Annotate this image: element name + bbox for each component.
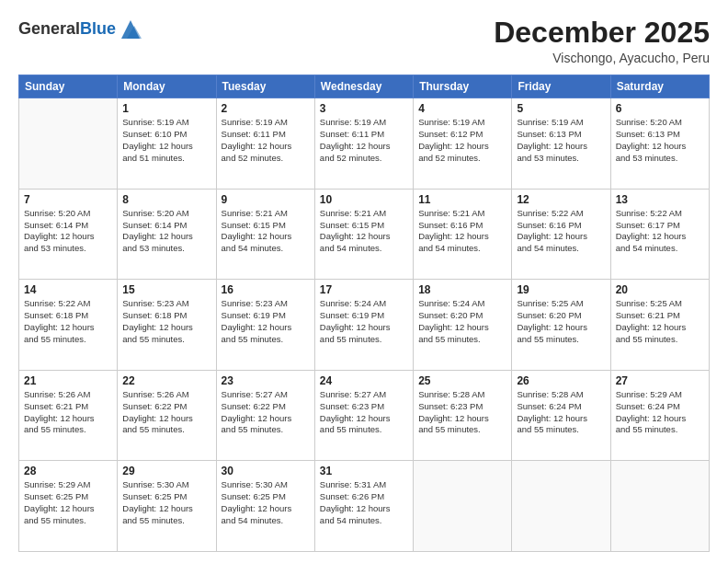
calendar-cell <box>512 461 610 552</box>
calendar-week-1: 1Sunrise: 5:19 AM Sunset: 6:10 PM Daylig… <box>19 98 710 190</box>
col-wednesday: Wednesday <box>314 75 413 98</box>
cell-info: Sunrise: 5:19 AM Sunset: 6:10 PM Dayligh… <box>122 117 210 164</box>
calendar-cell: 19Sunrise: 5:25 AM Sunset: 6:20 PM Dayli… <box>512 280 610 371</box>
header: GeneralBlue December 2025 Vischongo, Aya… <box>18 17 710 65</box>
calendar-cell: 15Sunrise: 5:23 AM Sunset: 6:18 PM Dayli… <box>118 280 216 371</box>
calendar-cell: 6Sunrise: 5:20 AM Sunset: 6:13 PM Daylig… <box>610 98 709 190</box>
cell-info: Sunrise: 5:25 AM Sunset: 6:20 PM Dayligh… <box>517 298 605 345</box>
subtitle: Vischongo, Ayacucho, Peru <box>494 51 710 65</box>
cell-info: Sunrise: 5:29 AM Sunset: 6:25 PM Dayligh… <box>24 479 112 526</box>
calendar-cell <box>19 98 118 190</box>
col-monday: Monday <box>118 75 216 98</box>
day-number: 23 <box>222 374 310 387</box>
calendar-cell: 27Sunrise: 5:29 AM Sunset: 6:24 PM Dayli… <box>610 370 709 461</box>
calendar-cell <box>610 461 709 552</box>
logo-icon <box>118 17 143 42</box>
cell-info: Sunrise: 5:23 AM Sunset: 6:19 PM Dayligh… <box>222 298 310 345</box>
calendar-week-5: 28Sunrise: 5:29 AM Sunset: 6:25 PM Dayli… <box>19 461 710 552</box>
calendar-cell: 10Sunrise: 5:21 AM Sunset: 6:15 PM Dayli… <box>314 189 413 280</box>
day-number: 22 <box>122 374 210 387</box>
logo-blue-text: Blue <box>80 19 116 38</box>
cell-info: Sunrise: 5:25 AM Sunset: 6:21 PM Dayligh… <box>616 298 704 345</box>
col-friday: Friday <box>512 75 610 98</box>
day-number: 30 <box>222 465 310 477</box>
day-number: 18 <box>418 283 506 296</box>
cell-info: Sunrise: 5:20 AM Sunset: 6:14 PM Dayligh… <box>122 208 210 255</box>
cell-info: Sunrise: 5:24 AM Sunset: 6:20 PM Dayligh… <box>418 298 506 345</box>
calendar-cell: 26Sunrise: 5:28 AM Sunset: 6:24 PM Dayli… <box>512 370 610 461</box>
calendar-cell: 7Sunrise: 5:20 AM Sunset: 6:14 PM Daylig… <box>19 189 118 280</box>
cell-info: Sunrise: 5:29 AM Sunset: 6:24 PM Dayligh… <box>616 389 704 436</box>
cell-info: Sunrise: 5:20 AM Sunset: 6:14 PM Dayligh… <box>24 208 112 255</box>
cell-info: Sunrise: 5:20 AM Sunset: 6:13 PM Dayligh… <box>616 117 704 164</box>
day-number: 5 <box>517 102 605 115</box>
cell-info: Sunrise: 5:24 AM Sunset: 6:19 PM Dayligh… <box>320 298 408 345</box>
logo-general-text: General <box>18 19 80 38</box>
calendar-cell: 17Sunrise: 5:24 AM Sunset: 6:19 PM Dayli… <box>314 280 413 371</box>
calendar-week-4: 21Sunrise: 5:26 AM Sunset: 6:21 PM Dayli… <box>19 370 710 461</box>
day-number: 3 <box>320 102 408 115</box>
day-number: 29 <box>122 465 210 477</box>
calendar-cell: 5Sunrise: 5:19 AM Sunset: 6:13 PM Daylig… <box>512 98 610 190</box>
calendar-cell <box>414 461 512 552</box>
calendar-week-3: 14Sunrise: 5:22 AM Sunset: 6:18 PM Dayli… <box>19 280 710 371</box>
page: GeneralBlue December 2025 Vischongo, Aya… <box>0 0 728 563</box>
calendar-cell: 30Sunrise: 5:30 AM Sunset: 6:25 PM Dayli… <box>216 461 314 552</box>
calendar-cell: 3Sunrise: 5:19 AM Sunset: 6:11 PM Daylig… <box>314 98 413 190</box>
col-sunday: Sunday <box>19 75 118 98</box>
calendar-cell: 29Sunrise: 5:30 AM Sunset: 6:25 PM Dayli… <box>118 461 216 552</box>
calendar-cell: 14Sunrise: 5:22 AM Sunset: 6:18 PM Dayli… <box>19 280 118 371</box>
cell-info: Sunrise: 5:21 AM Sunset: 6:16 PM Dayligh… <box>418 208 506 255</box>
cell-info: Sunrise: 5:19 AM Sunset: 6:13 PM Dayligh… <box>517 117 605 164</box>
calendar-cell: 23Sunrise: 5:27 AM Sunset: 6:22 PM Dayli… <box>216 370 314 461</box>
cell-info: Sunrise: 5:19 AM Sunset: 6:11 PM Dayligh… <box>320 117 408 164</box>
day-number: 4 <box>418 102 506 115</box>
col-tuesday: Tuesday <box>216 75 314 98</box>
calendar-cell: 21Sunrise: 5:26 AM Sunset: 6:21 PM Dayli… <box>19 370 118 461</box>
day-number: 31 <box>320 465 408 477</box>
day-number: 26 <box>517 374 605 387</box>
col-thursday: Thursday <box>414 75 512 98</box>
cell-info: Sunrise: 5:22 AM Sunset: 6:18 PM Dayligh… <box>24 298 112 345</box>
calendar-cell: 24Sunrise: 5:27 AM Sunset: 6:23 PM Dayli… <box>314 370 413 461</box>
calendar-cell: 22Sunrise: 5:26 AM Sunset: 6:22 PM Dayli… <box>118 370 216 461</box>
logo: GeneralBlue <box>18 17 143 42</box>
calendar-cell: 9Sunrise: 5:21 AM Sunset: 6:15 PM Daylig… <box>216 189 314 280</box>
day-number: 27 <box>616 374 704 387</box>
calendar-cell: 18Sunrise: 5:24 AM Sunset: 6:20 PM Dayli… <box>414 280 512 371</box>
cell-info: Sunrise: 5:27 AM Sunset: 6:23 PM Dayligh… <box>320 389 408 436</box>
day-number: 8 <box>122 193 210 206</box>
cell-info: Sunrise: 5:19 AM Sunset: 6:12 PM Dayligh… <box>418 117 506 164</box>
calendar-cell: 4Sunrise: 5:19 AM Sunset: 6:12 PM Daylig… <box>414 98 512 190</box>
cell-info: Sunrise: 5:30 AM Sunset: 6:25 PM Dayligh… <box>122 479 210 526</box>
day-number: 13 <box>616 193 704 206</box>
day-number: 19 <box>517 283 605 296</box>
calendar-table: Sunday Monday Tuesday Wednesday Thursday… <box>18 75 710 552</box>
day-number: 16 <box>222 283 310 296</box>
day-number: 2 <box>222 102 310 115</box>
cell-info: Sunrise: 5:26 AM Sunset: 6:22 PM Dayligh… <box>122 389 210 436</box>
calendar-cell: 2Sunrise: 5:19 AM Sunset: 6:11 PM Daylig… <box>216 98 314 190</box>
cell-info: Sunrise: 5:21 AM Sunset: 6:15 PM Dayligh… <box>222 208 310 255</box>
day-number: 10 <box>320 193 408 206</box>
calendar-cell: 12Sunrise: 5:22 AM Sunset: 6:16 PM Dayli… <box>512 189 610 280</box>
day-number: 17 <box>320 283 408 296</box>
calendar-cell: 31Sunrise: 5:31 AM Sunset: 6:26 PM Dayli… <box>314 461 413 552</box>
cell-info: Sunrise: 5:28 AM Sunset: 6:23 PM Dayligh… <box>418 389 506 436</box>
day-number: 7 <box>24 193 112 206</box>
cell-info: Sunrise: 5:27 AM Sunset: 6:22 PM Dayligh… <box>222 389 310 436</box>
calendar-cell: 20Sunrise: 5:25 AM Sunset: 6:21 PM Dayli… <box>610 280 709 371</box>
month-title: December 2025 <box>494 17 710 49</box>
day-number: 20 <box>616 283 704 296</box>
cell-info: Sunrise: 5:31 AM Sunset: 6:26 PM Dayligh… <box>320 479 408 526</box>
title-block: December 2025 Vischongo, Ayacucho, Peru <box>494 17 710 65</box>
cell-info: Sunrise: 5:22 AM Sunset: 6:17 PM Dayligh… <box>616 208 704 255</box>
calendar-cell: 8Sunrise: 5:20 AM Sunset: 6:14 PM Daylig… <box>118 189 216 280</box>
day-number: 15 <box>122 283 210 296</box>
cell-info: Sunrise: 5:19 AM Sunset: 6:11 PM Dayligh… <box>222 117 310 164</box>
calendar-cell: 28Sunrise: 5:29 AM Sunset: 6:25 PM Dayli… <box>19 461 118 552</box>
cell-info: Sunrise: 5:21 AM Sunset: 6:15 PM Dayligh… <box>320 208 408 255</box>
cell-info: Sunrise: 5:30 AM Sunset: 6:25 PM Dayligh… <box>222 479 310 526</box>
calendar-cell: 13Sunrise: 5:22 AM Sunset: 6:17 PM Dayli… <box>610 189 709 280</box>
cell-info: Sunrise: 5:22 AM Sunset: 6:16 PM Dayligh… <box>517 208 605 255</box>
